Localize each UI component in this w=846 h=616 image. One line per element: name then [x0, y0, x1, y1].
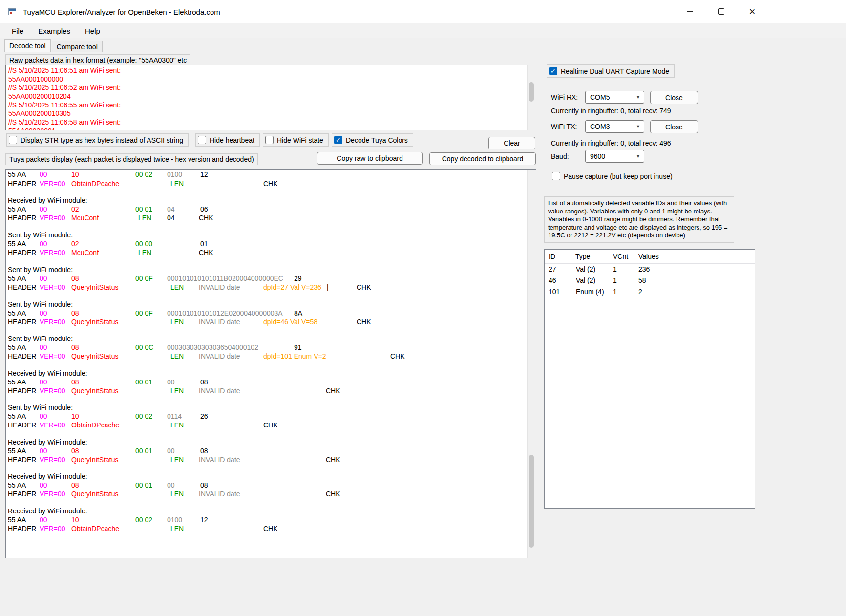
decoded-packets-label: Tuya packets display (each packet is dis… [5, 153, 258, 165]
wifi-tx-close-button[interactable]: Close [650, 120, 698, 133]
raw-line: 55AA00020001 [8, 127, 533, 130]
copy-decoded-button[interactable]: Copy decoded to clipboard [429, 152, 536, 165]
realtime-dual-uart-capture-mode-checkbox[interactable]: ✓ [549, 67, 557, 75]
column-header-vcnt[interactable]: VCnt [609, 250, 634, 263]
packet-token: 10 [71, 170, 79, 178]
column-header-values[interactable]: Values [634, 250, 756, 263]
packet-token: 55 AA [8, 516, 26, 524]
packet-token: 04 [167, 214, 175, 222]
packet-token: 55 AA [8, 205, 26, 213]
packet-token: 55 AA [8, 170, 26, 178]
packet-token: VER=00 [40, 283, 65, 291]
packet-token: 00 [40, 343, 47, 351]
column-header-id[interactable]: ID [545, 250, 571, 263]
packets-scrollbar-thumb[interactable] [529, 455, 534, 548]
table-cell: 46 [549, 276, 556, 284]
packet-token: VER=00 [40, 421, 65, 429]
display-str-type-as-hex-bytes-instead-of-ascii-string-checkbox[interactable] [9, 136, 17, 144]
packet-token: 04 [167, 205, 175, 213]
packets-scrollbar[interactable] [527, 170, 536, 558]
rx-ringbuffer-status: Currently in ringbuffer: 0, total recv: … [551, 107, 671, 115]
packet-token: LEN [170, 387, 184, 395]
table-cell: Enum (4) [576, 288, 604, 296]
packet-token: 0100 [167, 516, 182, 524]
menu-item-help[interactable]: Help [78, 23, 107, 38]
table-cell: 1 [613, 288, 617, 296]
copy-raw-button[interactable]: Copy raw to clipboard [317, 152, 423, 165]
packet-token: 91 [294, 343, 302, 351]
packet-token: 00 0F [135, 275, 153, 282]
raw-scrollbar[interactable] [527, 65, 536, 130]
wifi-tx-port-select[interactable]: COM3 ▼ [585, 120, 644, 133]
packet-token: Sent by WiFi module: [8, 335, 73, 342]
packet-token: 00 [40, 481, 47, 489]
tab-decode-tool[interactable]: Decode tool [4, 39, 51, 52]
packet-token: 08 [71, 309, 79, 317]
packet-token: INVALID date [199, 352, 240, 360]
packet-token: McuConf [71, 249, 99, 256]
maximize-button[interactable] [707, 0, 735, 22]
table-row[interactable]: 27Val (2)1236 [545, 265, 755, 276]
packet-token: CHK [326, 456, 340, 464]
clear-button[interactable]: Clear [488, 137, 535, 149]
minimize-icon [687, 11, 693, 12]
packet-token: 00 [167, 447, 175, 455]
vars-table[interactable]: ID Type VCnt Values 27Val (2)123646Val (… [544, 249, 755, 509]
packet-token: 00 [167, 481, 175, 489]
packet-token: Sent by WiFi module: [8, 266, 73, 274]
packet-token: LEN [170, 318, 184, 326]
decode-tuya-colors-checkbox[interactable]: ✓ [334, 136, 342, 144]
hide-heartbeat-checkbox[interactable] [198, 136, 206, 144]
packet-token: HEADER [8, 525, 36, 532]
menu-item-examples[interactable]: Examples [31, 23, 78, 38]
packet-token: 00 00 [135, 240, 152, 248]
copy-raw-button-label: Copy raw to clipboard [337, 154, 402, 162]
packet-token: 08 [71, 343, 79, 351]
raw-packets-label-text: Raw packets data in hex format (example:… [9, 56, 187, 64]
table-row[interactable]: 101Enum (4)12 [545, 288, 755, 299]
packet-token: QueryInitStatus [71, 318, 119, 326]
table-row[interactable]: 46Val (2)158 [545, 276, 755, 288]
wifi-rx-close-button[interactable]: Close [650, 91, 698, 104]
copy-decoded-button-label: Copy decoded to clipboard [442, 155, 524, 163]
packet-token: HEADER [8, 249, 36, 256]
packet-token: dpId=46 Val V=58 [263, 318, 317, 326]
wifi-rx-port-select[interactable]: COM5 ▼ [585, 91, 644, 104]
packet-token: QueryInitStatus [71, 352, 119, 360]
app-window: TuyaMCU Explorer/Analyzer for OpenBeken … [0, 0, 846, 616]
pause-capture-checkbox[interactable] [552, 172, 560, 180]
packet-token: CHK [326, 387, 340, 395]
menu-item-file[interactable]: File [4, 23, 31, 38]
packet-token: INVALID date [199, 387, 240, 395]
packets-panel[interactable]: 55 AA001000 02010012HEADERVER=00ObtainDP… [5, 169, 536, 558]
packet-token: CHK [199, 249, 213, 256]
packet-token: 00 [167, 378, 175, 386]
column-header-type[interactable]: Type [571, 250, 609, 263]
packet-token: 000303030303036504000102 [167, 343, 258, 351]
hide-wifi-state-checkbox[interactable] [265, 136, 274, 144]
tab-compare-tool[interactable]: Compare tool [52, 41, 103, 52]
packet-token: 29 [294, 275, 302, 282]
baud-select[interactable]: 9600 ▼ [585, 150, 644, 163]
packet-token: 00 01 [135, 481, 152, 489]
close-button[interactable]: × [739, 0, 766, 22]
packet-token: 10 [71, 516, 79, 524]
packet-token: 00 [40, 412, 47, 420]
minimize-button[interactable] [676, 0, 703, 22]
packet-token: CHK [199, 214, 213, 222]
table-cell: 236 [638, 265, 650, 273]
packet-token: 55 AA [8, 378, 26, 386]
packet-token: 26 [200, 412, 208, 420]
clear-button-label: Clear [504, 139, 520, 147]
raw-scrollbar-thumb[interactable] [529, 82, 534, 102]
checkbox-label: Decode Tuya Colors [346, 136, 408, 144]
packet-token: VER=00 [40, 525, 65, 532]
raw-packets-textarea[interactable]: //S 5/10/2025 11:06:51 am WiFi sent:55AA… [5, 65, 536, 130]
chevron-down-icon: ▼ [636, 95, 640, 100]
vars-table-header: ID Type VCnt Values [545, 250, 755, 264]
packet-token: 12 [200, 516, 208, 524]
packet-token: 08 [71, 481, 79, 489]
packet-token: 06 [200, 205, 208, 213]
packet-token: 55 AA [8, 412, 26, 420]
packet-token: VER=00 [40, 490, 65, 498]
